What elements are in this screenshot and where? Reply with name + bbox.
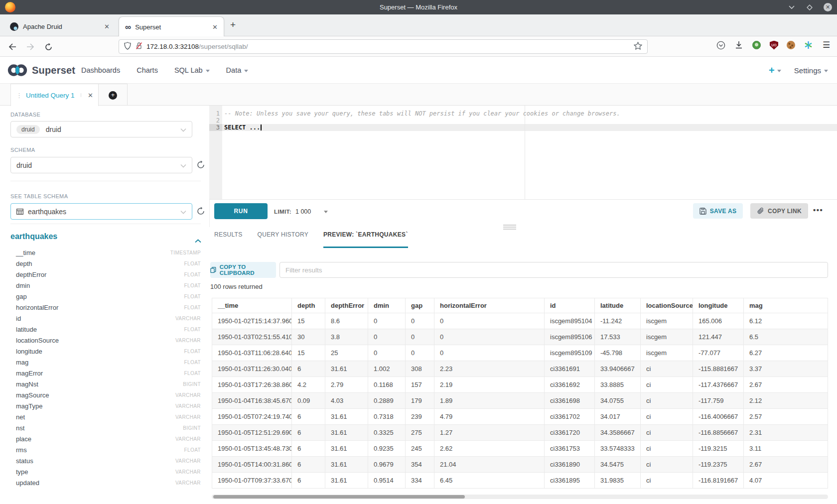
tab-close-icon[interactable]: ✕ [104,23,110,30]
tab-preview-earthquakes[interactable]: PREVIEW: `EARTHQUAKES` [323,231,408,248]
table-header-cell[interactable]: longitude [693,298,744,313]
column-name: magError [10,370,43,377]
chevron-down-icon [180,161,186,169]
table-header-cell[interactable]: mag [744,298,828,313]
save-as-button[interactable]: SAVE AS [693,203,743,219]
bookmark-star-icon[interactable] [634,42,642,52]
column-type: FLOAT [184,447,201,453]
insecure-lock-icon[interactable] [136,42,142,52]
nav-data[interactable]: Data [226,66,249,74]
sql-editor[interactable]: 1 2 3 -- Note: Unless you save your quer… [209,106,837,199]
column-name: rms [10,446,27,454]
tab-query-history[interactable]: QUERY HISTORY [258,231,308,248]
table-header-cell[interactable]: horizontalError [434,298,545,313]
back-icon[interactable] [6,40,19,53]
browser-tab-apache-druid[interactable]: Apache Druid ✕ [4,16,116,36]
nav-sql-lab[interactable]: SQL Lab [174,66,210,74]
divider [10,224,201,224]
superset-logo[interactable]: Superset [6,63,75,77]
pane-resize-grip[interactable] [503,225,516,231]
multicolor-asterisk-icon[interactable] [804,40,813,50]
reload-icon[interactable] [42,40,55,53]
column-list-item: gap FLOAT [10,291,201,302]
column-list-item: __time TIMESTAMP [10,247,201,258]
refresh-schema-icon[interactable] [196,160,206,170]
query-tab-untitled[interactable]: ⋮ Untitled Query 1 ✕ [10,84,99,106]
settings-menu[interactable]: Settings [794,66,828,75]
add-query-tab-button[interactable]: + [99,84,128,106]
window-minimize-icon[interactable] [788,3,796,11]
column-type: FLOAT [184,261,201,266]
sql-statement-line: SELECT ... [224,124,262,131]
url-bar[interactable]: 172.18.0.3:32108/superset/sqllab/ [119,39,648,54]
schema-select[interactable]: druid [10,157,192,173]
download-icon[interactable] [734,40,743,50]
cell-depthError: 31.61 [325,457,368,473]
table-header-cell[interactable]: depthError [325,298,368,313]
limit-dropdown[interactable]: LIMIT: 1 000 [274,200,328,224]
window-close-icon[interactable]: ✕ [824,3,832,11]
copy-link-button[interactable]: COPY LINK [750,203,808,219]
copy-to-clipboard-button[interactable]: COPY TO CLIPBOARD [210,262,276,278]
cookie-extension-icon[interactable] [787,41,795,49]
table-select[interactable]: earthquakes [10,203,192,220]
add-new-button[interactable]: + [769,65,781,76]
tab-results[interactable]: RESULTS [214,231,243,248]
forward-icon[interactable] [24,40,37,53]
column-name: depth [10,260,32,267]
column-type: VARCHAR [175,403,201,409]
pocket-icon[interactable] [716,40,725,50]
refresh-table-icon[interactable] [196,207,206,217]
column-name: latitude [10,326,37,333]
column-name: __time [10,249,35,256]
collapse-chevron-up-icon[interactable] [195,236,201,245]
table-header-cell[interactable]: locationSource [641,298,693,313]
hamburger-menu-icon[interactable]: ☰ [822,40,831,50]
table-header-cell[interactable]: latitude [595,298,641,313]
cell-depthError: 31.61 [325,425,368,441]
cell-dmin: 0 [368,345,406,361]
column-type: VARCHAR [175,316,201,321]
table-value: earthquakes [28,208,66,216]
cell-gap: 308 [406,361,434,377]
cell-longitude: -119.2375 [693,457,744,473]
table-header-cell[interactable]: dmin [368,298,406,313]
drag-handle-icon[interactable]: ⋮ [16,92,22,99]
query-tab-close-icon[interactable]: ✕ [88,92,93,99]
filter-results-input[interactable] [279,262,828,278]
cell-time: 1950-01-02T15:14:37.960Z [212,313,292,329]
cell-horizontalError: 0 [434,329,545,345]
cell-dmin: 0.9679 [368,457,406,473]
table-header-cell[interactable]: id [545,298,595,313]
table-header-cell[interactable]: depth [292,298,325,313]
shield-icon[interactable] [124,42,131,52]
database-select[interactable]: druid druid [10,121,192,137]
line-number: 3 [209,124,222,131]
cell-mag: 6.5 [744,329,828,345]
cell-depthError: 2.79 [325,377,368,393]
column-name: horizontalError [10,304,58,311]
tab-close-icon[interactable]: ✕ [212,23,218,31]
ublock-origin-icon[interactable]: UO [770,41,778,50]
column-name: depthError [10,271,46,278]
new-tab-button[interactable]: + [230,20,236,29]
column-type: TIMESTAMP [170,250,201,255]
more-options-button[interactable]: ••• [813,203,823,219]
nav-charts[interactable]: Charts [137,66,158,74]
browser-tab-superset[interactable]: ∞ Superset ✕ [119,16,224,37]
cell-locationSource: ci [641,377,693,393]
table-header-cell[interactable]: __time [212,298,292,313]
superset-infinity-icon [6,63,29,77]
cell-mag: 2.67 [744,377,828,393]
run-button[interactable]: RUN [214,203,268,219]
privacy-badger-icon[interactable] [752,40,761,50]
cell-locationSource: iscgem [641,345,693,361]
window-maximize-icon[interactable] [806,3,814,11]
nav-dashboards[interactable]: Dashboards [81,66,120,74]
table-body: 1950-01-02T15:14:37.960Z 15 8.6 0 0 0 is… [212,313,828,489]
cell-longitude: 121.447 [693,329,744,345]
cell-gap: 334 [406,473,434,489]
scrollbar-thumb[interactable] [213,495,465,499]
cell-id: ci3361691 [545,361,595,377]
table-header-cell[interactable]: gap [406,298,434,313]
